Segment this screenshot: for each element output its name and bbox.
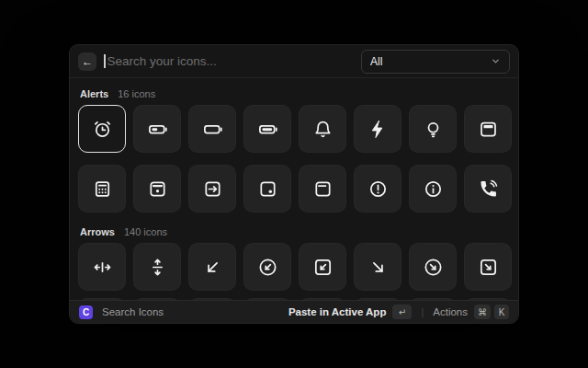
back-button[interactable]: ← — [78, 52, 96, 71]
arrow-down-left-icon — [202, 257, 223, 278]
status-bar: C Search Icons Paste in Active App ↵ | A… — [70, 300, 518, 323]
icon-tile-arrows-horizontal[interactable] — [78, 243, 126, 291]
icon-tile-arrows-vertical[interactable] — [133, 243, 181, 291]
icon-tile-battery-full[interactable] — [243, 105, 291, 153]
arrows-icon-grid — [78, 243, 510, 291]
battery-full-icon — [257, 119, 278, 140]
arrows-vertical-icon — [147, 257, 168, 278]
return-key-badge[interactable]: ↵ — [392, 305, 412, 319]
filter-value: All — [370, 55, 382, 68]
app-name: Search Icons — [102, 306, 164, 317]
arrow-down-right-square-icon — [478, 257, 499, 278]
icon-tile-info-circle[interactable] — [409, 165, 457, 213]
info-circle-icon — [423, 178, 444, 200]
icon-tile-alarm-clock[interactable] — [78, 105, 126, 153]
alert-circle-icon — [368, 178, 389, 200]
section-count: 16 icons — [118, 88, 155, 99]
arrow-down-right-icon — [368, 257, 389, 278]
icon-tile-box-dot[interactable] — [243, 165, 291, 213]
filter-dropdown[interactable]: All — [361, 50, 510, 74]
section-count: 140 icons — [124, 226, 167, 237]
chevron-down-icon — [491, 56, 501, 66]
window-alert-bar-icon — [478, 119, 499, 140]
arrow-down-left-square-icon — [312, 257, 334, 278]
arrow-down-right-circle-icon — [423, 257, 444, 278]
arrows-horizontal-icon — [92, 257, 113, 278]
battery-medium-icon — [147, 119, 168, 140]
calculator-icon — [92, 178, 113, 200]
lightbulb-icon — [423, 119, 444, 140]
paste-action-label[interactable]: Paste in Active App — [288, 306, 387, 317]
search-input[interactable] — [106, 54, 362, 68]
k-key-badge[interactable]: K — [494, 305, 509, 319]
actions-menu-label[interactable]: Actions — [433, 306, 468, 317]
desktop-background: ← All Alerts 16 icons Arrows 140 icons — [0, 0, 588, 368]
icon-tile-arrow-down-left-circle[interactable] — [243, 243, 291, 291]
arrow-down-left-circle-icon — [257, 257, 278, 278]
bolt-icon — [368, 119, 389, 140]
icon-tile-arrow-down-left-square[interactable] — [299, 243, 346, 291]
icon-tile-bolt[interactable] — [354, 105, 401, 153]
icon-search-window: ← All Alerts 16 icons Arrows 140 icons — [69, 44, 519, 324]
command-key-badge[interactable]: ⌘ — [474, 305, 491, 319]
battery-empty-icon — [202, 119, 223, 140]
alarm-clock-icon — [92, 119, 113, 140]
back-arrow-icon: ← — [82, 56, 93, 67]
phone-ring-icon — [478, 178, 499, 200]
icon-tile-battery-empty[interactable] — [188, 105, 236, 153]
icon-tile-window-alert-bar[interactable] — [464, 105, 512, 153]
app-logo: C — [79, 305, 93, 319]
icon-tile-window-bar[interactable] — [299, 165, 346, 213]
section-title: Arrows — [80, 226, 115, 237]
icon-tile-alert-circle[interactable] — [354, 165, 401, 213]
section-header-arrows: Arrows 140 icons — [80, 226, 508, 237]
box-bar-dot-icon — [147, 178, 168, 200]
bell-icon — [312, 119, 334, 140]
app-logo-letter: C — [83, 307, 89, 317]
icon-tile-box-arrow-right[interactable] — [188, 165, 236, 213]
box-arrow-right-icon — [202, 178, 223, 200]
icon-tile-arrow-down-right-circle[interactable] — [409, 243, 457, 291]
icon-tile-battery-medium[interactable] — [133, 105, 181, 153]
window-bar-icon — [312, 178, 334, 200]
section-header-alerts: Alerts 16 icons — [80, 88, 508, 99]
icon-tile-arrow-down-left[interactable] — [188, 243, 236, 291]
box-dot-icon — [257, 178, 278, 200]
section-title: Alerts — [80, 88, 108, 99]
icon-tile-arrow-down-right[interactable] — [354, 243, 401, 291]
alerts-icon-grid — [78, 105, 510, 213]
icon-tile-arrow-down-right-square[interactable] — [464, 243, 512, 291]
icon-browser: Alerts 16 icons Arrows 140 icons — [70, 78, 518, 300]
footer-divider: | — [421, 306, 424, 317]
icon-tile-calculator[interactable] — [78, 165, 126, 213]
icon-tile-phone-ring[interactable] — [464, 165, 512, 213]
icon-tile-bell[interactable] — [299, 105, 346, 153]
icon-tile-box-bar-dot[interactable] — [133, 165, 181, 213]
icon-tile-lightbulb[interactable] — [409, 105, 457, 153]
search-bar: ← All — [70, 45, 518, 78]
